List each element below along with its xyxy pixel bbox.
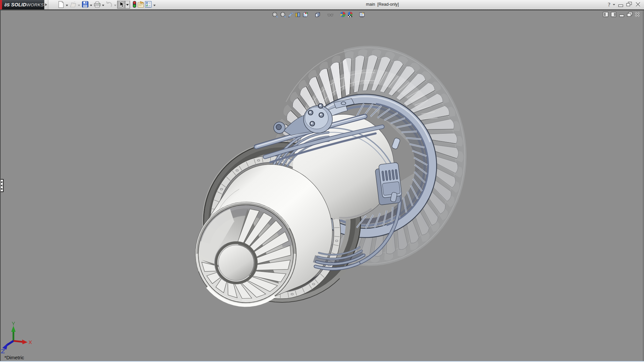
svg-text:?: ? bbox=[608, 2, 610, 7]
